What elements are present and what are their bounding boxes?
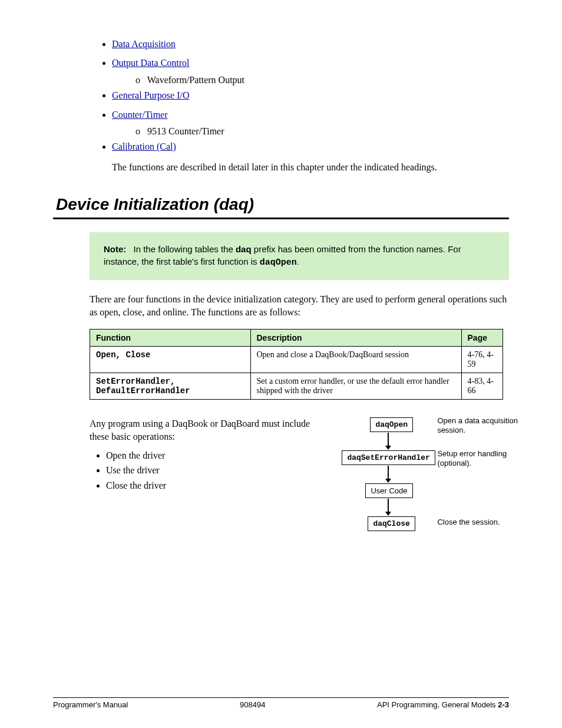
diag-box-close: daqClose <box>368 516 415 531</box>
arrow-down-icon <box>388 499 389 515</box>
list-item: Close the driver <box>106 479 313 492</box>
cell-fn: SetErrorHandler, DefaultErrorHandler <box>90 373 251 400</box>
page-footer: Programmer's Manual 908494 API Programmi… <box>53 697 509 709</box>
toc-link-calibration[interactable]: Calibration (Cal) <box>112 141 176 151</box>
cell-desc: Set a custom error handler, or use the d… <box>250 373 461 400</box>
table-row: Open, Close Open and close a DaqBook/Daq… <box>90 347 503 373</box>
toc-link-counter[interactable]: Counter/Timer <box>112 110 168 120</box>
diag-label-errhandler: Setup error handling (optional). <box>437 449 520 467</box>
diag-box-open: daqOpen <box>370 417 413 432</box>
note-box: Note: In the following tables the daq pr… <box>90 232 509 281</box>
toc-link-output-data[interactable]: Output Data Control <box>112 58 190 68</box>
diag-label-close: Close the session. <box>437 518 520 527</box>
footer-right: API Programming, General Models 2-3 <box>377 700 509 709</box>
note-title: Note: <box>104 244 131 254</box>
footer-left: Programmer's Manual <box>53 700 128 709</box>
toc-list: Data Acquisition Output Data Control o W… <box>112 35 509 156</box>
diag-box-errhandler: daqSetErrorHandler <box>342 450 435 465</box>
cell-page: 4-76, 4-59 <box>461 347 503 373</box>
footer-right-text: API Programming, General Models <box>377 700 498 709</box>
intro-paragraph: There are four functions in the device i… <box>90 293 509 318</box>
cell-fn: Open, Close <box>90 347 251 373</box>
th-page: Page <box>461 330 503 347</box>
toc-link-data-acq[interactable]: Data Acquisition <box>112 39 176 49</box>
arrow-down-icon <box>388 433 389 449</box>
table-row: SetErrorHandler, DefaultErrorHandler Set… <box>90 373 503 400</box>
section-rule <box>53 218 509 219</box>
toc-paragraph: The functions are described in detail la… <box>112 162 509 173</box>
list-item: Use the driver <box>106 464 313 477</box>
section-heading: Device Initialization (daq) <box>56 195 509 214</box>
th-function: Function <box>90 330 251 347</box>
init-text-block: Any program using a DaqBook or DaqBoard … <box>90 417 313 494</box>
arrow-down-icon <box>388 466 389 482</box>
footer-page-number: 2-3 <box>498 700 509 709</box>
cell-desc: Open and close a DaqBook/DaqBoard sessio… <box>250 347 461 373</box>
th-description: Description <box>250 330 461 347</box>
init-paragraph: Any program using a DaqBook or DaqBoard … <box>90 419 310 442</box>
diag-label-open: Open a data acquisition session. <box>437 416 520 434</box>
toc-link-gpio[interactable]: General Purpose I/O <box>112 90 190 100</box>
toc-sub-9513: 9513 Counter/Timer <box>147 126 224 136</box>
footer-center: 908494 <box>240 700 265 709</box>
function-table: Function Description Page Open, Close Op… <box>90 329 503 400</box>
toc-sub-waveform: Waveform/Pattern Output <box>147 75 244 85</box>
note-body-pre: In the following tables the <box>134 244 236 254</box>
note-mono-1: daqOpen <box>260 258 297 268</box>
note-bold-1: daq <box>236 244 252 254</box>
list-item: Open the driver <box>106 449 313 462</box>
cell-page: 4-83, 4-66 <box>461 373 503 400</box>
diag-box-usercode: User Code <box>365 483 412 498</box>
